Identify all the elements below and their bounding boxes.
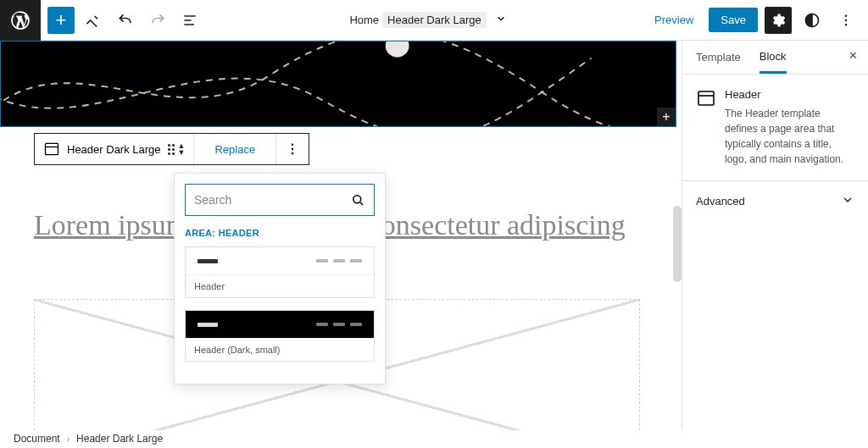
footer-breadcrumb: Document › Header Dark Large xyxy=(0,429,868,448)
header-block-preview[interactable]: + xyxy=(0,41,676,127)
chevron-right-icon: › xyxy=(67,434,70,444)
replace-button[interactable]: Replace xyxy=(203,143,267,156)
close-icon[interactable]: ✕ xyxy=(849,49,858,62)
sidebar-tabs: Template Block ✕ xyxy=(682,41,868,75)
area-heading: AREA: HEADER xyxy=(185,228,375,238)
footer-current[interactable]: Header Dark Large xyxy=(76,433,163,445)
option-preview xyxy=(186,311,374,338)
svg-point-6 xyxy=(292,144,293,146)
header-icon xyxy=(43,141,60,158)
breadcrumb-root[interactable]: Home xyxy=(349,14,379,26)
svg-point-1 xyxy=(845,14,847,16)
tab-template[interactable]: Template xyxy=(696,51,741,72)
search-field-wrapper xyxy=(185,184,375,216)
editor-canvas: + Header Dark Large ▲▼ Replace Lorem ips… xyxy=(0,41,682,430)
svg-point-9 xyxy=(353,196,361,203)
template-part-option[interactable]: Header xyxy=(185,246,375,298)
settings-sidebar: Template Block ✕ Header The Header templ… xyxy=(682,41,868,430)
block-mover[interactable]: ▲▼ xyxy=(178,142,186,156)
top-toolbar: + Home Header Dark Large Preview Save xyxy=(0,0,868,41)
document-breadcrumb[interactable]: Home Header Dark Large xyxy=(210,12,646,28)
replace-template-part-popover: AREA: HEADER Header Header (Dark, small) xyxy=(174,173,386,384)
list-view-icon[interactable] xyxy=(176,7,203,34)
option-label: Header xyxy=(186,274,374,297)
edit-mode-icon[interactable] xyxy=(80,7,107,34)
advanced-label: Advanced xyxy=(696,195,745,207)
more-vertical-icon xyxy=(285,141,300,157)
breadcrumb-current[interactable]: Header Dark Large xyxy=(382,12,487,28)
drag-handle-icon[interactable] xyxy=(168,144,175,155)
tab-block[interactable]: Block xyxy=(760,50,787,74)
settings-icon[interactable] xyxy=(765,7,792,34)
styles-icon[interactable] xyxy=(798,7,826,34)
block-description: The Header template defines a page area … xyxy=(725,106,854,167)
append-block-button[interactable]: + xyxy=(657,108,676,126)
redo-icon[interactable] xyxy=(144,7,171,34)
block-title: Header xyxy=(725,88,854,101)
add-block-button[interactable]: + xyxy=(47,7,75,34)
svg-point-3 xyxy=(845,24,847,25)
search-icon xyxy=(350,192,365,207)
svg-point-7 xyxy=(292,148,293,150)
replace-segment: Replace xyxy=(194,134,276,164)
option-label: Header (Dark, small) xyxy=(186,338,374,361)
block-info-panel: Header The Header template defines a pag… xyxy=(682,75,868,181)
svg-point-2 xyxy=(845,19,847,20)
preview-button[interactable]: Preview xyxy=(646,8,702,31)
advanced-panel-toggle[interactable]: Advanced xyxy=(682,181,868,221)
svg-rect-10 xyxy=(698,91,714,105)
block-toolbar: Header Dark Large ▲▼ Replace xyxy=(34,133,309,165)
block-name-label: Header Dark Large xyxy=(67,143,161,156)
main-area: + Header Dark Large ▲▼ Replace Lorem ips… xyxy=(0,41,868,430)
option-preview xyxy=(186,247,374,274)
chevron-down-icon[interactable] xyxy=(495,13,507,27)
template-part-option[interactable]: Header (Dark, small) xyxy=(185,310,375,362)
svg-point-4 xyxy=(386,41,409,58)
svg-rect-5 xyxy=(46,143,58,154)
header-icon xyxy=(696,88,716,108)
chevron-down-icon xyxy=(841,193,854,209)
toolbar-right: Preview Save xyxy=(646,7,868,34)
wordpress-logo[interactable] xyxy=(0,0,41,41)
save-button[interactable]: Save xyxy=(709,8,758,32)
undo-icon[interactable] xyxy=(112,7,139,34)
block-more-segment[interactable] xyxy=(276,134,309,164)
footer-root[interactable]: Document xyxy=(14,433,60,445)
more-options-icon[interactable] xyxy=(832,7,860,34)
toolbar-left: + xyxy=(41,7,210,34)
block-type-segment[interactable]: Header Dark Large ▲▼ xyxy=(35,134,194,164)
scrollbar-thumb[interactable] xyxy=(673,206,682,282)
search-input[interactable] xyxy=(194,193,350,207)
svg-point-8 xyxy=(292,152,293,154)
